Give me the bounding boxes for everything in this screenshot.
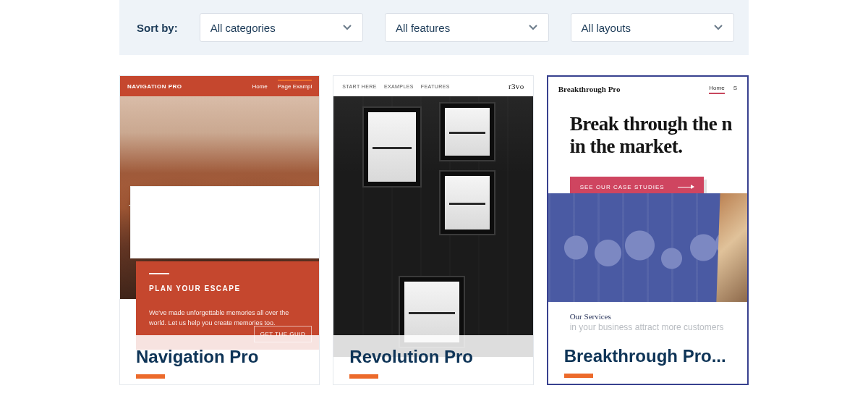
- preview-nav-item: Home: [709, 85, 724, 94]
- preview-section-sub: in your business attract more customers: [548, 321, 747, 334]
- preview-brand: NAVIGATION PRO: [127, 83, 182, 90]
- window-icon: [441, 172, 494, 234]
- preview-headline-line: Break through the n: [570, 113, 732, 135]
- categories-select-value: All categories: [210, 22, 276, 34]
- preview-nav-item: Page Exampl: [278, 80, 312, 90]
- preview-cta-blurb: We've made unforgettable memories all ov…: [149, 308, 294, 328]
- preview-brand: Breakthrough Pro: [558, 85, 621, 93]
- preview-header: START HERE EXAMPLES FEATURES r3vo: [333, 76, 532, 96]
- preview-header: Breakthrough Pro Home S: [548, 77, 747, 101]
- preview-illustration: [548, 193, 747, 302]
- chevron-down-icon: [342, 22, 352, 33]
- preview-cta-heading: PLAN YOUR ESCAPE: [149, 282, 306, 292]
- preview-header: NAVIGATION PRO Home Page Exampl: [120, 76, 319, 96]
- features-select-value: All features: [396, 22, 450, 34]
- preview-nav-item: Home: [252, 83, 267, 90]
- preview-hero: Adventure Awaits PLAN YOUR ESCAPE We've …: [120, 96, 319, 299]
- card-title-overlay: Breakthrough Pro...: [548, 334, 747, 384]
- preview-headline-line: in the market.: [570, 135, 683, 157]
- preview-section-heading: Our Services: [548, 302, 747, 321]
- preview-photo-strip: [716, 193, 747, 302]
- preview-nav-item: START HERE: [342, 84, 377, 89]
- sort-by-label: Sort by:: [137, 22, 178, 34]
- preview-nav: Home S: [709, 85, 737, 94]
- theme-title: Navigation Pro: [136, 347, 303, 367]
- categories-select[interactable]: All categories: [200, 13, 363, 42]
- card-title-overlay: Revolution Pro: [333, 335, 532, 384]
- preview-brand: r3vo: [509, 82, 524, 90]
- preview-nav-item: EXAMPLES: [384, 84, 414, 89]
- features-select[interactable]: All features: [385, 13, 548, 42]
- theme-card-breakthrough-pro[interactable]: Breakthrough Pro Home S Break through th…: [547, 75, 749, 385]
- theme-card-navigation-pro[interactable]: NAVIGATION PRO Home Page Exampl Adventur…: [119, 75, 320, 385]
- preview-nav-item: FEATURES: [421, 84, 450, 89]
- layouts-select-value: All layouts: [582, 22, 631, 34]
- preview-hero: [333, 96, 532, 357]
- preview-cta-label: SEE OUR CASE STUDIES: [580, 184, 665, 190]
- theme-title: Revolution Pro: [349, 347, 516, 367]
- preview-headline: Break through the n in the market.: [548, 101, 747, 158]
- chevron-down-icon: [713, 22, 723, 33]
- theme-title: Breakthrough Pro...: [564, 346, 731, 366]
- preview-nav-item: S: [733, 85, 737, 94]
- chevron-down-icon: [528, 22, 538, 33]
- theme-grid: NAVIGATION PRO Home Page Exampl Adventur…: [0, 55, 868, 385]
- arrow-right-icon: [678, 187, 694, 188]
- accent-bar: [564, 374, 593, 378]
- filter-bar: Sort by: All categories All features All…: [119, 0, 749, 55]
- layouts-select[interactable]: All layouts: [571, 13, 734, 42]
- accent-bar: [349, 374, 378, 379]
- card-title-overlay: Navigation Pro: [120, 335, 319, 384]
- preview-content-frame: [130, 186, 319, 258]
- window-icon: [364, 108, 420, 186]
- window-icon: [441, 104, 494, 160]
- preview-nav: Home Page Exampl: [252, 83, 312, 90]
- theme-card-revolution-pro[interactable]: START HERE EXAMPLES FEATURES r3vo Revolu…: [333, 75, 533, 385]
- accent-bar: [136, 374, 165, 379]
